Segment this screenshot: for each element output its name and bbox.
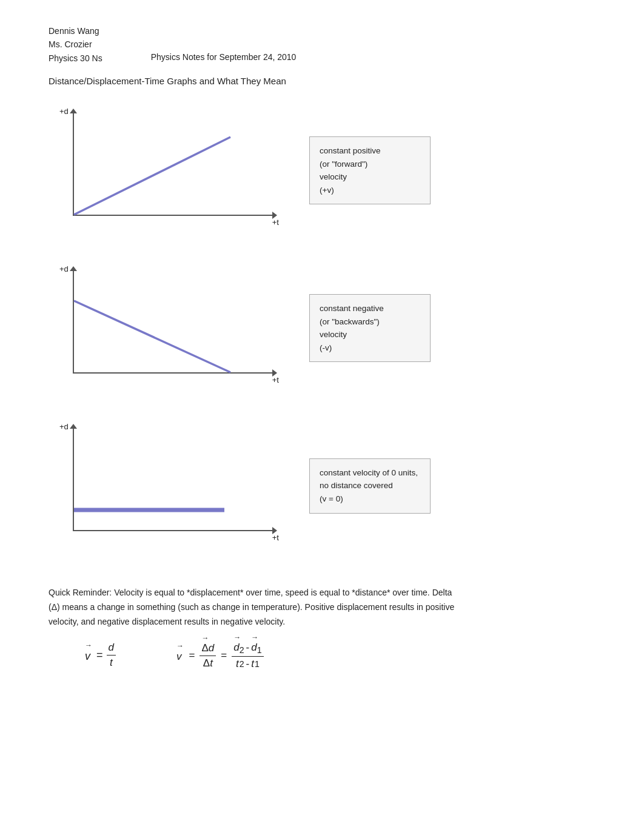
formula-2-v-letter: v (176, 651, 182, 662)
info-text-1: constant positive(or "forward")velocity(… (320, 146, 381, 195)
formula-2-delta-t: Δt (201, 656, 215, 669)
formulas-row: → v = d t → v = → Δd (85, 642, 595, 670)
minus-sign-t: - (246, 658, 250, 670)
graph-area-2: +d +t (49, 258, 285, 398)
reminder-text: Quick Reminder: Velocity is equal to *di… (49, 588, 454, 626)
graph-row-2: +d +t constant negative(or "backwards")v… (49, 258, 595, 398)
graph-row-1: +d +t constant positive(or "forward")vel… (49, 101, 595, 240)
formula-2-explicit-frac: → d2 - → d1 t2 - t1 (232, 642, 263, 670)
formula-1-equals: = (96, 649, 103, 662)
class-name: Physics 30 Ns (49, 52, 102, 65)
formula-1-v-letter: v (85, 650, 90, 662)
formula-1-v: → v (85, 650, 90, 663)
svg-line-1 (74, 301, 230, 372)
header-info: Dennis Wang Ms. Crozier Physics 30 Ns Ph… (49, 24, 595, 65)
graphs-container: +d +t constant positive(or "forward")vel… (49, 101, 595, 568)
info-box-2: constant negative(or "backwards")velocit… (309, 294, 431, 362)
vector-arrow-2a: → (176, 642, 184, 649)
reminder-paragraph: Quick Reminder: Velocity is equal to *di… (49, 586, 461, 629)
vector-arrow-1: → (85, 642, 92, 649)
info-box-1: constant positive(or "forward")velocity(… (309, 136, 431, 204)
formula-2-delta-d: → Δd (200, 642, 216, 656)
formula-2-delta-frac: → Δd Δt (200, 642, 216, 669)
page-title: Distance/Displacement-Time Graphs and Wh… (49, 76, 595, 86)
formula-1: → v = d t (85, 642, 116, 669)
formula-2: → v = → Δd Δt = → d2 (176, 642, 264, 670)
graph-area-3: +d +t (49, 416, 285, 555)
notes-title: Physics Notes for September 24, 2010 (151, 50, 297, 64)
formula-1-main: → v = d t (85, 642, 116, 669)
sub-d2: 2 (240, 645, 244, 655)
svg-line-0 (74, 137, 230, 215)
formula-2-main: → v = → Δd Δt = → d2 (176, 642, 264, 670)
sub-d1: 1 (257, 645, 262, 655)
graph-line-3 (49, 416, 285, 555)
formula-2-num-explicit: → d2 - → d1 (232, 642, 263, 657)
sub-t1: 1 (255, 659, 260, 669)
formula-1-denominator: t (108, 656, 115, 669)
sub-t2: 2 (240, 659, 244, 669)
formula-1-fraction: d t (107, 642, 116, 669)
info-text-2: constant negative(or "backwards")velocit… (320, 304, 384, 352)
formula-2-den-explicit: t2 - t1 (234, 657, 261, 670)
minus-sign-d: - (246, 642, 250, 654)
graph-line-1 (49, 101, 285, 240)
formula-2-eq1: = (189, 649, 195, 662)
teacher-name: Ms. Crozier (49, 38, 102, 51)
graph-area-1: +d +t (49, 101, 285, 240)
formula-1-numerator: d (107, 642, 116, 656)
info-text-3: constant velocity of 0 units,no distance… (320, 468, 418, 503)
student-name: Dennis Wang (49, 24, 102, 38)
formula-2-v: → v (176, 651, 182, 663)
info-box-3: constant velocity of 0 units,no distance… (309, 458, 431, 514)
graph-line-2 (49, 258, 285, 398)
formula-2-eq2: = (221, 649, 227, 662)
graph-row-3: +d +t constant velocity of 0 units,no di… (49, 416, 595, 555)
